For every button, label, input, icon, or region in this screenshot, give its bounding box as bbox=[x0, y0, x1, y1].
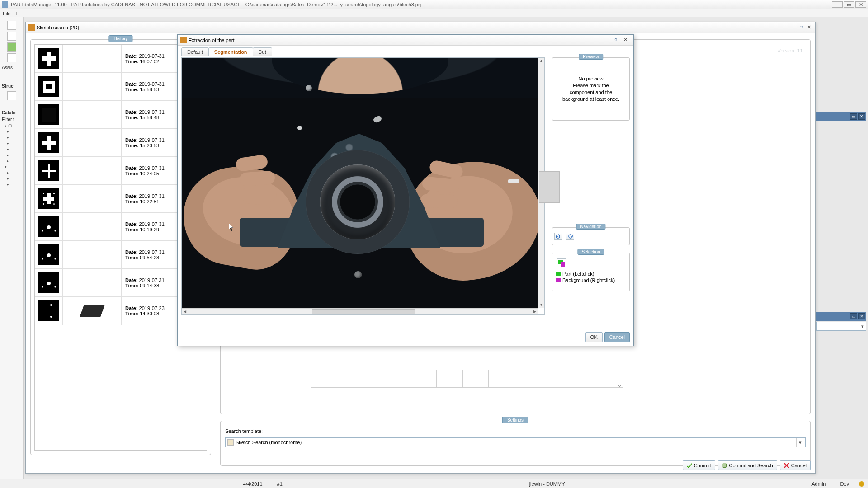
status-bar: 4/4/2011 #1 jlewin - DUMMY Admin Dev bbox=[0, 479, 868, 488]
cancel-button[interactable]: Cancel bbox=[780, 460, 811, 470]
sidebar-label: Struc bbox=[1, 83, 22, 89]
group-title: Preview bbox=[579, 54, 603, 60]
svg-point-7 bbox=[42, 286, 43, 287]
history-thumb-alt bbox=[63, 297, 122, 325]
version-watermark: Version 11 bbox=[778, 42, 803, 56]
ok-button[interactable]: OK bbox=[585, 332, 603, 342]
minimize-button[interactable]: — bbox=[832, 1, 843, 8]
tree-node[interactable]: ▸ bbox=[1, 146, 22, 152]
tree-node[interactable]: ▸ bbox=[1, 158, 22, 164]
window-icon bbox=[28, 24, 35, 31]
extraction-dialog: Extraction of the part ? ✕ Default Segme… bbox=[177, 34, 634, 346]
menu-edit[interactable]: E bbox=[16, 11, 19, 16]
scroll-up-icon[interactable]: ▲ bbox=[538, 58, 544, 64]
search-template-combo[interactable]: Sketch Search (monochrome) ▾ bbox=[225, 437, 806, 447]
cancel-icon bbox=[784, 463, 789, 468]
menubar: File E bbox=[0, 9, 868, 17]
toolbar-icon[interactable] bbox=[7, 32, 16, 41]
history-thumb bbox=[35, 297, 63, 325]
background-color-swatch bbox=[556, 278, 561, 282]
history-thumb bbox=[35, 45, 63, 72]
history-thumb-alt bbox=[63, 45, 122, 72]
dialog-button-bar: Commit Commit and Search Cancel bbox=[683, 460, 811, 470]
template-icon bbox=[227, 439, 234, 446]
history-thumb bbox=[35, 101, 63, 128]
preview-group: Preview No preview Please mark the compo… bbox=[552, 57, 630, 121]
svg-point-6 bbox=[47, 282, 51, 285]
toolbar-icon[interactable] bbox=[7, 53, 16, 62]
navigation-group: Navigation bbox=[552, 227, 630, 245]
history-thumb-alt bbox=[63, 101, 122, 128]
group-title: History bbox=[108, 35, 132, 42]
search-icon bbox=[722, 463, 727, 468]
cursor-icon bbox=[229, 223, 234, 231]
tab-strip: Default Segmentation Cut bbox=[181, 47, 630, 56]
vertical-scrollbar[interactable]: ▲ ▼ bbox=[538, 58, 544, 308]
scroll-thumb[interactable] bbox=[312, 309, 415, 314]
scroll-right-icon[interactable]: ▶ bbox=[532, 310, 538, 314]
menu-file[interactable]: File bbox=[3, 11, 11, 16]
undo-button[interactable] bbox=[554, 233, 562, 240]
help-button[interactable]: ? bbox=[612, 38, 620, 43]
status-admin: Admin bbox=[804, 481, 833, 487]
group-title: Navigation bbox=[576, 224, 605, 230]
segmentation-image[interactable] bbox=[182, 58, 538, 308]
tree-node[interactable]: ▸ bbox=[1, 129, 22, 135]
horizontal-scrollbar[interactable]: ◀ ▶ bbox=[182, 308, 538, 314]
history-thumb-alt bbox=[63, 73, 122, 100]
selection-tool-button[interactable] bbox=[557, 258, 566, 267]
help-button[interactable]: ? bbox=[798, 25, 805, 30]
close-button[interactable]: ✕ bbox=[620, 37, 631, 44]
status-date: 4/4/2011 bbox=[236, 481, 270, 487]
history-thumb-alt bbox=[63, 213, 122, 240]
svg-point-3 bbox=[47, 253, 51, 257]
toolbar-icon[interactable] bbox=[7, 91, 16, 100]
resize-handle-icon[interactable] bbox=[615, 381, 622, 387]
tree-node[interactable]: ▸ bbox=[1, 176, 22, 182]
maximize-button[interactable]: ▭ bbox=[844, 1, 854, 8]
segmentation-viewport: ▲ ▼ ◀ ▶ bbox=[181, 57, 545, 315]
history-thumb bbox=[35, 269, 63, 296]
history-thumb-alt bbox=[63, 157, 122, 184]
tree-node[interactable]: ▸ bbox=[1, 182, 22, 188]
status-user: jlewin - DUMMY bbox=[522, 481, 572, 487]
sidebar-label: Filter f bbox=[1, 116, 22, 123]
legend-background: Background (Rightclick) bbox=[556, 277, 626, 283]
tab-default[interactable]: Default bbox=[181, 47, 209, 56]
dialog-titlebar: Extraction of the part ? ✕ bbox=[178, 35, 633, 46]
selection-group: Selection Part (Leftclick) Background (R… bbox=[552, 253, 630, 291]
combo-value: Sketch Search (monochrome) bbox=[236, 440, 302, 445]
commit-button[interactable]: Commit bbox=[683, 460, 715, 470]
tab-cut[interactable]: Cut bbox=[253, 47, 272, 56]
toolbar-icon[interactable] bbox=[7, 42, 16, 52]
docked-combo[interactable]: ▾ bbox=[816, 322, 866, 331]
tree-node[interactable]: ▾ bbox=[1, 164, 22, 170]
panel-close-button[interactable]: ✕ bbox=[858, 113, 865, 120]
scroll-left-icon[interactable]: ◀ bbox=[182, 310, 188, 314]
svg-point-9 bbox=[50, 304, 52, 306]
toolbar-icon[interactable] bbox=[7, 21, 16, 30]
history-thumb bbox=[35, 157, 63, 184]
close-button[interactable]: ✕ bbox=[855, 1, 866, 8]
panel-restore-button[interactable]: ▭ bbox=[850, 113, 857, 120]
chevron-down-icon[interactable]: ▾ bbox=[859, 324, 866, 329]
tree-node[interactable]: ▸ bbox=[1, 141, 22, 146]
svg-point-2 bbox=[54, 230, 56, 231]
tree-node[interactable]: ▸ bbox=[1, 152, 22, 158]
tree-node[interactable]: ▸ bbox=[1, 170, 22, 176]
tree-node[interactable]: ▸ bbox=[1, 135, 22, 141]
panel-restore-button[interactable]: ▭ bbox=[850, 313, 857, 319]
redo-button[interactable] bbox=[566, 233, 574, 240]
dialog-title: Extraction of the part bbox=[189, 38, 235, 43]
chevron-down-icon[interactable]: ▾ bbox=[796, 438, 803, 447]
tree-node[interactable]: ▸ ▢ bbox=[1, 123, 22, 129]
commit-and-search-button[interactable]: Commit and Search bbox=[718, 460, 777, 470]
group-title: Settings bbox=[502, 417, 528, 423]
cancel-button[interactable]: Cancel bbox=[604, 332, 630, 342]
dialog-icon bbox=[180, 37, 187, 43]
panel-close-button[interactable]: ✕ bbox=[858, 313, 865, 319]
tab-segmentation[interactable]: Segmentation bbox=[208, 47, 253, 56]
close-button[interactable]: ✕ bbox=[805, 24, 812, 30]
history-thumb-alt bbox=[63, 185, 122, 212]
scroll-down-icon[interactable]: ▼ bbox=[538, 302, 544, 308]
